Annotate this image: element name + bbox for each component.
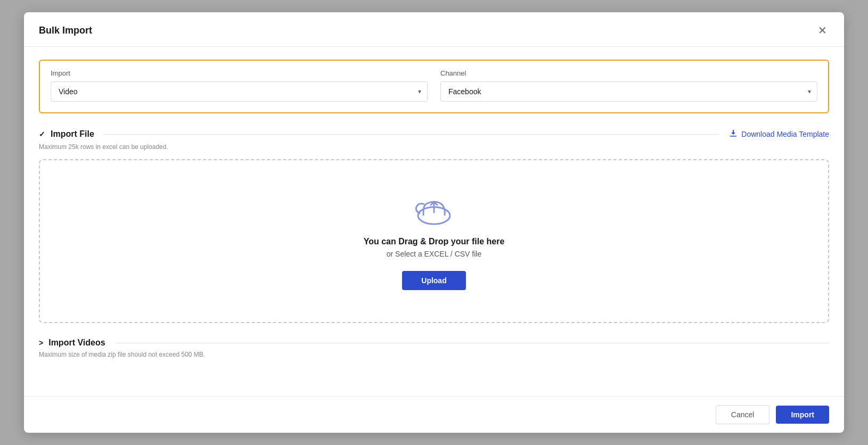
import-button[interactable]: Import (776, 406, 829, 424)
download-template-label: Download Media Template (741, 130, 829, 138)
download-icon (728, 128, 738, 140)
import-file-divider (105, 134, 718, 135)
import-select-wrapper: Video Image Audio ▾ (51, 81, 428, 102)
modal-footer: Cancel Import (24, 396, 844, 433)
import-videos-title: Import Videos (48, 338, 105, 348)
import-videos-divider (116, 343, 829, 343)
modal-overlay: Bulk Import ✕ Import Video Image Audio ▾ (0, 0, 868, 445)
upload-button[interactable]: Upload (402, 271, 465, 290)
channel-select-wrapper: Facebook Instagram Twitter LinkedIn ▾ (440, 81, 817, 102)
cloud-upload-icon (413, 192, 455, 228)
import-label: Import (51, 69, 428, 77)
dropzone-main-text: You can Drag & Drop your file here (364, 237, 505, 246)
channel-field-group: Channel Facebook Instagram Twitter Linke… (440, 69, 817, 102)
selection-box: Import Video Image Audio ▾ Channel (39, 60, 829, 113)
channel-select[interactable]: Facebook Instagram Twitter LinkedIn (440, 81, 817, 102)
bulk-import-modal: Bulk Import ✕ Import Video Image Audio ▾ (24, 12, 844, 433)
import-videos-title-row: > Import Videos (39, 338, 829, 348)
import-file-header: ✓ Import File Download Media Template (39, 128, 829, 140)
modal-title: Bulk Import (39, 25, 92, 36)
import-videos-section: > Import Videos Maximum size of media zi… (39, 338, 829, 358)
modal-body: Import Video Image Audio ▾ Channel (24, 47, 844, 396)
close-button[interactable]: ✕ (816, 23, 829, 38)
modal-header: Bulk Import ✕ (24, 12, 844, 47)
import-videos-subtitle: Maximum size of media zip file should no… (39, 351, 829, 358)
import-field-group: Import Video Image Audio ▾ (51, 69, 428, 102)
dropzone[interactable]: You can Drag & Drop your file here or Se… (39, 159, 829, 323)
cancel-button[interactable]: Cancel (716, 405, 770, 424)
import-file-title-row: ✓ Import File (39, 129, 718, 139)
download-template-link[interactable]: Download Media Template (728, 128, 829, 140)
import-file-subtitle: Maximum 25k rows in excel can be uploade… (39, 143, 829, 151)
dropzone-sub-text: or Select a EXCEL / CSV file (387, 250, 481, 258)
channel-label: Channel (440, 69, 817, 77)
import-videos-header: > Import Videos (39, 338, 829, 348)
import-select[interactable]: Video Image Audio (51, 81, 428, 102)
import-file-title: Import File (51, 129, 94, 139)
import-file-step-icon: ✓ (39, 130, 45, 138)
import-file-section: ✓ Import File Download Media Template (39, 128, 829, 323)
import-videos-step-icon: > (39, 339, 43, 347)
